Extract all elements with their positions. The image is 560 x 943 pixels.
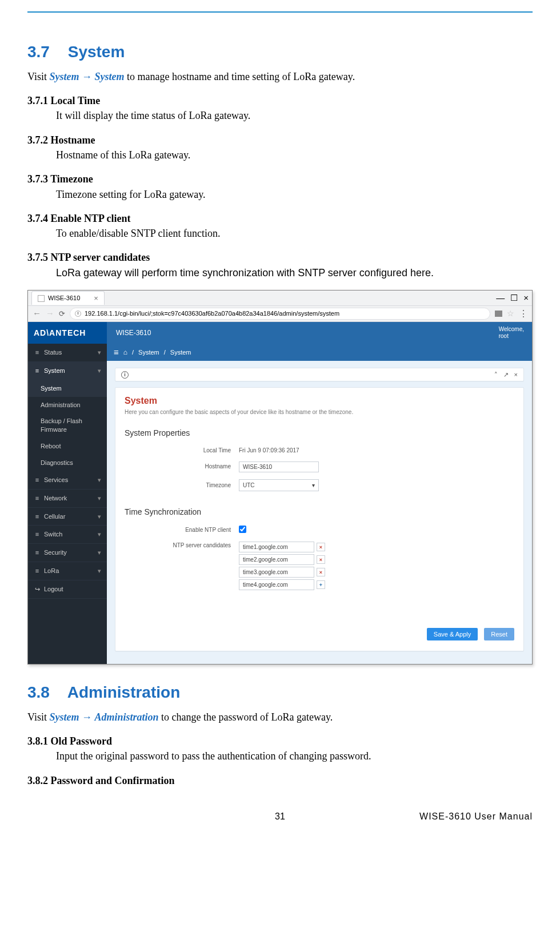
list-icon: ≡ [34,512,41,521]
sidebar-sub-label: Diagnostics [41,459,73,466]
label-local-time: Local Time [125,447,239,455]
row-local-time: Local Time Fri Jun 9 07:09:36 2017 [125,447,514,455]
ntp-server-input[interactable] [239,567,314,578]
ntp-server-input[interactable] [239,542,314,552]
row-enable-ntp: Enable NTP client [125,526,514,535]
chevron-down-icon: ▾ [98,512,101,521]
tab-close-icon[interactable]: × [94,293,98,304]
sidebar-sub-backup-flash[interactable]: Backup / Flash Firmware [28,413,107,438]
page-number: 31 [275,810,285,823]
subsection-3-7-5: 3.7.5 NTP server candidates LoRa gateway… [27,250,533,280]
sidebar-item-security[interactable]: ≡ Security ▾ [28,544,107,562]
site-info-icon[interactable]: i [75,311,81,317]
ntp-server-input[interactable] [239,579,314,590]
subdesc: LoRa gateway will perform time synchroni… [56,266,533,280]
hostname-input[interactable] [239,461,319,472]
sidebar-item-services[interactable]: ≡ Services ▾ [28,471,107,490]
info-icon[interactable]: i [121,371,129,379]
reload-icon[interactable]: ⟳ [59,309,65,319]
bookmark-star-icon[interactable]: ☆ [507,308,514,319]
product-name: WISE-3610 [116,328,151,337]
page-top-accent [27,11,533,13]
close-panel-icon[interactable]: × [514,371,518,379]
ntp-server-input[interactable] [239,554,314,565]
breadcrumb-item-system[interactable]: System [138,348,159,357]
sidebar-item-status[interactable]: ≡ Status ▾ [28,344,107,362]
window-maximize-icon[interactable]: ☐ [510,292,518,304]
subtitle: 3.7.1 Local Time [27,94,533,108]
intro-prefix: Visit [27,711,49,723]
nav-forward-icon[interactable]: → [46,308,54,319]
card-footer: Save & Apply Reset [125,617,514,640]
home-icon[interactable]: ⌂ [123,348,127,357]
delete-icon[interactable]: × [317,543,325,551]
browser-tab[interactable]: WISE-3610 × [31,291,105,305]
product-name-bar: WISE-3610 Welcome, root [107,322,532,344]
arrow-icon: → [82,711,92,723]
list-icon: ≡ [34,367,41,375]
enable-ntp-checkbox[interactable] [239,526,246,533]
main-pane: ≡ ⌂ / System / System i ˄ ↗ × [107,344,532,664]
nav-path-system-2: System [94,71,124,82]
subtitle: 3.8.1 Old Password [27,734,533,748]
delete-icon[interactable]: × [317,568,325,576]
reset-button[interactable]: Reset [484,628,514,640]
tab-title: WISE-3610 [48,294,80,303]
app-header: AD\ANTECH WISE-3610 Welcome, root [28,322,532,344]
sidebar-item-network[interactable]: ≡ Network ▾ [28,490,107,508]
sidebar-item-lora[interactable]: ≡ LoRa ▾ [28,562,107,580]
section-time-sync: Time Synchronization [125,506,514,518]
panel-tools: ˄ ↗ × [494,371,518,379]
list-icon: ≡ [34,476,41,484]
section-system-properties: System Properties [125,427,514,439]
intro-3-8: Visit System → Administration to change … [27,710,533,724]
expand-icon[interactable]: ↗ [503,371,509,379]
sidebar-sub-label: Reboot [41,443,61,449]
intro-suffix: to manage hostname and time setting of L… [127,71,355,82]
timezone-select[interactable]: UTC ▾ [239,479,319,492]
breadcrumb-sep: / [164,348,166,357]
sidebar-item-cellular[interactable]: ≡ Cellular ▾ [28,508,107,526]
timezone-value: UTC [243,482,255,490]
chevron-down-icon: ▾ [98,367,101,375]
sidebar-item-switch[interactable]: ≡ Switch ▾ [28,526,107,544]
nav-path-system: System [49,711,79,723]
card-title: System [125,395,514,407]
sidebar-sub-reboot[interactable]: Reboot [28,438,107,455]
sidebar-sub-label: Administration [41,401,81,408]
window-close-icon[interactable]: × [523,292,529,304]
browser-address-bar: ← → ⟳ i 192.168.1.1/cgi-bin/luci/;stok=c… [28,305,532,321]
subsection-3-8-1: 3.8.1 Old Password Input the original pa… [27,734,533,763]
sidebar-sub-diagnostics[interactable]: Diagnostics [28,455,107,471]
subsection-3-7-2: 3.7.2 Hostname Hostname of this LoRa gat… [27,133,533,162]
window-minimize-icon[interactable]: — [496,292,505,304]
page-footer: 31 WISE-3610 User Manual [27,810,533,824]
nav-back-icon[interactable]: ← [33,308,41,319]
heading-title: System [68,43,125,61]
label-hostname: Hostname [125,463,239,471]
subdesc: Input the original password to pass the … [56,749,533,763]
ntp-row: + [239,579,514,590]
browser-chrome: WISE-3610 × — ☐ × ← → ⟳ i 192.168.1.1/cg… [28,291,532,322]
sidebar-item-system[interactable]: ≡ System ▾ [28,362,107,380]
collapse-icon[interactable]: ˄ [494,371,498,379]
save-apply-button[interactable]: Save & Apply [427,628,478,640]
chevron-down-icon: ▾ [312,482,315,490]
browser-menu-icon[interactable]: ⋮ [519,308,527,320]
heading-num: 3.8 [27,683,50,701]
sidebar-item-logout[interactable]: ↪ Logout [28,580,107,599]
sidebar-sub-system[interactable]: System [28,380,107,397]
subdesc: It will display the time status of LoRa … [56,109,533,122]
heading-num: 3.7 [27,43,50,61]
sidebar-item-label: Security [44,548,67,557]
hamburger-icon[interactable]: ≡ [114,347,119,358]
app-layout: ≡ Status ▾ ≡ System ▾ System Administrat… [28,344,532,664]
breadcrumb-sep: / [132,348,134,357]
sidebar-sub-administration[interactable]: Administration [28,397,107,413]
chevron-down-icon: ▾ [98,494,101,503]
delete-icon[interactable]: × [317,555,325,564]
add-icon[interactable]: + [317,580,325,589]
label-ntp-candidates: NTP server candidates [125,542,239,550]
url-box[interactable]: i 192.168.1.1/cgi-bin/luci/;stok=c97c403… [70,308,490,320]
translate-icon[interactable] [495,311,502,317]
